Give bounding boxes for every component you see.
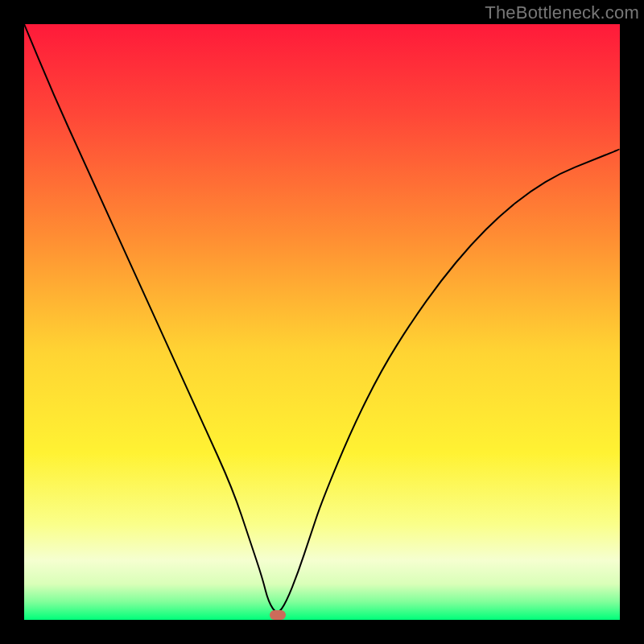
bottleneck-marker [270,610,286,620]
bottleneck-curve [24,24,620,612]
chart-container: TheBottleneck.com [0,0,644,644]
watermark-text: TheBottleneck.com [485,2,639,23]
curve-layer [24,24,620,620]
plot-area [24,24,620,620]
